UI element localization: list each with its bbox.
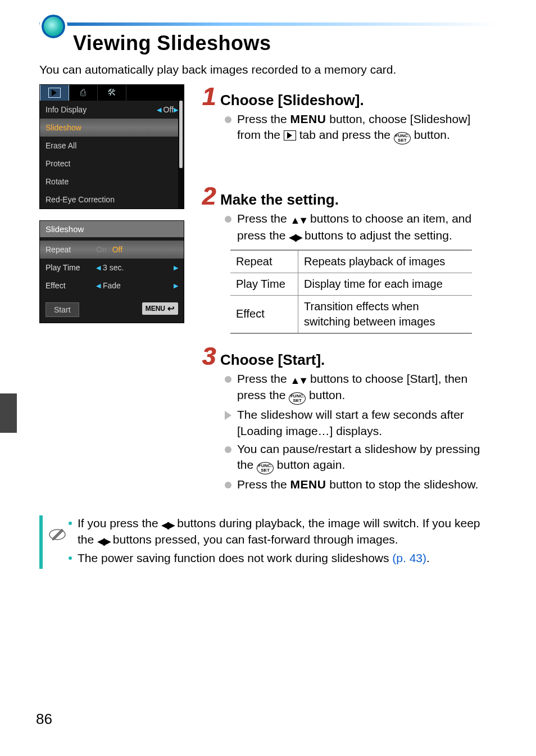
slideshow-menu-title: Slideshow bbox=[40, 221, 184, 237]
start-button-graphic: Start bbox=[46, 302, 79, 317]
table-row: EffectTransition effects when switching … bbox=[230, 295, 472, 333]
step-title: Choose [Slideshow]. bbox=[220, 92, 364, 109]
step-title: Make the setting. bbox=[220, 191, 339, 209]
scrollbar bbox=[178, 101, 184, 209]
page-number: 86 bbox=[36, 710, 52, 728]
step-3-bullet-1: Press the ▲▼ buttons to choose [Start], … bbox=[225, 371, 497, 405]
slideshow-row-playtime: Play Time ◀3 sec.▶ bbox=[40, 259, 184, 277]
step-3-result: The slideshow will start a few seconds a… bbox=[225, 407, 497, 439]
up-down-buttons-icon: ▲▼ bbox=[290, 374, 307, 387]
table-row: RepeatRepeats playback of images bbox=[230, 250, 472, 273]
step-number: 3 bbox=[197, 344, 216, 369]
menu-row-protect: Protect bbox=[40, 155, 184, 173]
arrow-right-icon: ▶ bbox=[174, 282, 178, 289]
arrow-right-icon: ▶ bbox=[174, 264, 178, 271]
note-item-2: The power saving function does not work … bbox=[69, 550, 497, 566]
func-set-button-icon: FUNC.SET bbox=[257, 462, 274, 474]
camera-menu-screenshot-2: Slideshow Repeat OnOff Play Time ◀3 sec.… bbox=[39, 220, 184, 323]
menu-row-erase-all: Erase All bbox=[40, 137, 184, 155]
left-right-buttons-icon: ◀▶ bbox=[97, 535, 110, 548]
table-row: Play TimeDisplay time for each image bbox=[230, 273, 472, 295]
menu-row-red-eye: Red-Eye Correction bbox=[40, 191, 184, 209]
menu-button-icon: MENU bbox=[290, 477, 326, 492]
settings-table: RepeatRepeats playback of images Play Ti… bbox=[230, 250, 472, 334]
step-3: 3 Choose [Start]. Press the ▲▼ buttons t… bbox=[197, 344, 497, 493]
playback-tab-icon bbox=[40, 85, 69, 101]
step-2: 2 Make the setting. Press the ▲▼ buttons… bbox=[197, 184, 497, 334]
menu-row-rotate: Rotate bbox=[40, 173, 184, 191]
header-dot-icon bbox=[39, 12, 67, 40]
step-3-bullet-3: Press the MENU button to stop the slides… bbox=[225, 477, 497, 492]
step-2-bullet: Press the ▲▼ buttons to choose an item, … bbox=[225, 211, 497, 244]
arrow-right-icon: ▶ bbox=[174, 106, 178, 114]
left-right-buttons-icon: ◀▶ bbox=[161, 518, 174, 532]
setup-tab-icon: 🛠 bbox=[98, 85, 126, 101]
step-title: Choose [Start]. bbox=[220, 351, 325, 369]
section-tab bbox=[0, 393, 17, 433]
step-3-bullet-2: You can pause/restart a slideshow by pre… bbox=[225, 441, 497, 474]
menu-button-icon: MENU bbox=[290, 111, 326, 127]
menu-back-indicator: MENU↩ bbox=[142, 302, 178, 315]
slideshow-row-effect: Effect ◀Fade▶ bbox=[40, 277, 184, 295]
step-number: 2 bbox=[197, 184, 216, 209]
slideshow-row-repeat: Repeat OnOff bbox=[40, 241, 184, 259]
step-1-bullet: Press the MENU button, choose [Slideshow… bbox=[225, 111, 497, 144]
camera-menu-screenshot-1: ⎙ 🛠 Info Display ◀ Off ▶ Slideshow Erase… bbox=[39, 84, 184, 209]
print-tab-icon: ⎙ bbox=[69, 85, 98, 101]
arrow-left-icon: ◀ bbox=[96, 264, 101, 271]
page-title: Viewing Slideshows bbox=[73, 31, 497, 55]
arrow-left-icon: ◀ bbox=[96, 282, 101, 289]
header-rule bbox=[39, 22, 497, 26]
func-set-button-icon: FUNC.SET bbox=[289, 392, 306, 405]
step-1: 1 Choose [Slideshow]. Press the MENU but… bbox=[197, 84, 497, 144]
arrow-left-icon: ◀ bbox=[157, 106, 161, 114]
pencil-note-icon bbox=[48, 526, 69, 546]
left-right-buttons-icon: ◀▶ bbox=[289, 230, 301, 244]
step-number: 1 bbox=[197, 84, 216, 109]
intro-text: You can automatically play back images r… bbox=[39, 63, 497, 76]
up-down-buttons-icon: ▲▼ bbox=[290, 214, 307, 227]
playback-tab-icon bbox=[284, 130, 296, 141]
page-reference-link[interactable]: (p. 43) bbox=[392, 551, 426, 564]
menu-row-slideshow: Slideshow bbox=[40, 119, 184, 137]
menu-row-info-display: Info Display ◀ Off ▶ bbox=[40, 101, 184, 119]
note-item-1: If you press the ◀▶ buttons during playb… bbox=[69, 515, 497, 549]
note-box: If you press the ◀▶ buttons during playb… bbox=[39, 515, 497, 569]
func-set-button-icon: FUNC.SET bbox=[394, 132, 411, 144]
